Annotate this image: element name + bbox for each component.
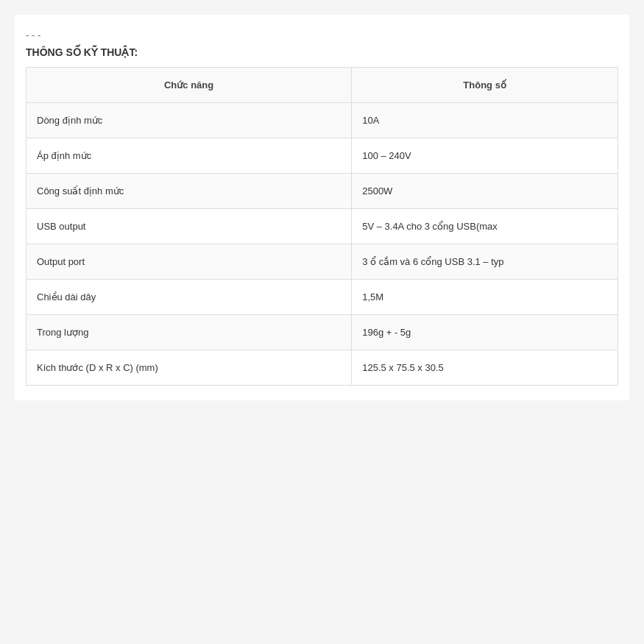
- table-row: Dòng định mức10A: [26, 103, 618, 138]
- spec-table: Chức năng Thông số Dòng định mức10AÁp đị…: [26, 67, 618, 386]
- row-value: 2500W: [352, 174, 618, 209]
- top-text: - - -: [26, 29, 618, 40]
- table-header-row: Chức năng Thông số: [26, 68, 618, 103]
- row-value: 5V – 3.4A cho 3 cổng USB(max: [352, 209, 618, 244]
- row-name: Output port: [26, 244, 352, 280]
- row-name: Trong lượng: [26, 315, 352, 350]
- row-value: 1,5M: [352, 280, 618, 315]
- row-value: 3 ổ cắm và 6 cổng USB 3.1 – typ: [352, 244, 618, 280]
- table-row: Kích thước (D x R x C) (mm)125.5 x 75.5 …: [26, 350, 618, 386]
- table-row: USB output5V – 3.4A cho 3 cổng USB(max: [26, 209, 618, 244]
- row-name: Kích thước (D x R x C) (mm): [26, 350, 352, 386]
- row-name: Chiều dài dây: [26, 280, 352, 315]
- table-row: Áp định mức100 – 240V: [26, 138, 618, 174]
- page-container: - - - THÔNG SỐ KỸ THUẬT: Chức năng Thông…: [15, 15, 629, 400]
- row-name: Công suất định mức: [26, 174, 352, 209]
- section-title: THÔNG SỐ KỸ THUẬT:: [26, 46, 618, 58]
- row-value: 100 – 240V: [352, 138, 618, 174]
- table-row: Chiều dài dây1,5M: [26, 280, 618, 315]
- table-row: Output port3 ổ cắm và 6 cổng USB 3.1 – t…: [26, 244, 618, 280]
- row-name: USB output: [26, 209, 352, 244]
- table-row: Trong lượng196g + - 5g: [26, 315, 618, 350]
- table-row: Công suất định mức2500W: [26, 174, 618, 209]
- row-name: Áp định mức: [26, 138, 352, 174]
- row-value: 10A: [352, 103, 618, 138]
- table-body: Dòng định mức10AÁp định mức100 – 240VCôn…: [26, 103, 618, 386]
- row-value: 125.5 x 75.5 x 30.5: [352, 350, 618, 386]
- row-value: 196g + - 5g: [352, 315, 618, 350]
- header-chuc-nang: Chức năng: [26, 68, 352, 103]
- header-thong-so: Thông số: [352, 68, 618, 103]
- row-name: Dòng định mức: [26, 103, 352, 138]
